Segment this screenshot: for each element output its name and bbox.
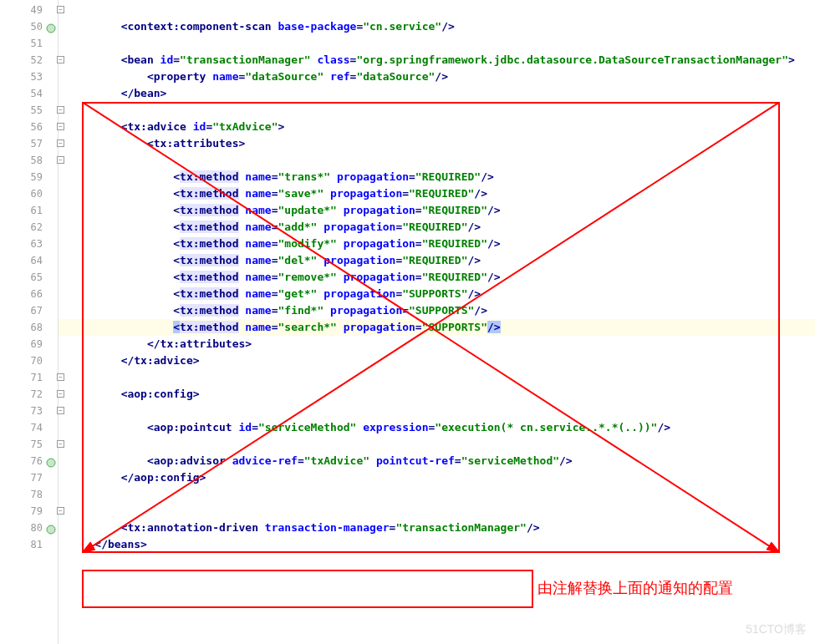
line-gutter: 4950515253545556575859606162636465666768… [0, 0, 59, 644]
line-number: 55 [0, 102, 58, 119]
line-number: 52 [0, 52, 58, 68]
line-number: 62 [0, 219, 58, 236]
code-line[interactable] [59, 503, 815, 520]
code-line[interactable] [59, 35, 815, 52]
code-line[interactable]: </beans> [59, 536, 815, 553]
line-number: 51 [0, 35, 58, 52]
code-line[interactable] [59, 436, 815, 453]
line-number: 74 [0, 419, 58, 436]
code-line[interactable]: <tx:method name="get*" propagation="SUPP… [59, 286, 815, 302]
code-line[interactable] [59, 2, 815, 18]
line-number: 71 [0, 369, 58, 386]
line-number: 65 [0, 269, 58, 286]
code-line[interactable]: <tx:method name="find*" propagation="SUP… [59, 302, 815, 319]
code-line[interactable] [59, 403, 815, 419]
fold-toggle[interactable]: − [57, 156, 64, 164]
line-number: 49 [0, 2, 58, 18]
fold-toggle[interactable]: − [57, 440, 64, 448]
bean-icon [46, 22, 56, 32]
line-number: 60 [0, 185, 58, 202]
line-number: 81 [0, 536, 58, 553]
code-line[interactable]: <tx:method name="modify*" propagation="R… [59, 236, 815, 252]
code-line[interactable] [59, 152, 815, 169]
fold-toggle[interactable]: − [57, 139, 64, 147]
code-line[interactable]: </tx:attributes> [59, 336, 815, 352]
bean-icon [46, 523, 56, 533]
fold-toggle[interactable]: − [57, 507, 64, 515]
code-line[interactable]: </bean> [59, 85, 815, 102]
line-number: 63 [0, 236, 58, 252]
code-line[interactable]: <context:component-scan base-package="cn… [59, 18, 815, 35]
fold-toggle[interactable]: − [57, 106, 64, 114]
code-line[interactable] [59, 102, 815, 119]
fold-column[interactable]: −−−−−−−−−−− [57, 0, 67, 644]
fold-toggle[interactable]: − [57, 123, 64, 130]
code-line[interactable]: <bean id="transactionManager" class="org… [59, 52, 815, 68]
line-number: 78 [0, 486, 58, 503]
code-line[interactable]: <aop:pointcut id="serviceMethod" express… [59, 419, 815, 436]
line-number: 68 [0, 319, 58, 336]
code-line[interactable]: <tx:annotation-driven transaction-manage… [59, 520, 815, 536]
code-line[interactable]: <tx:attributes> [59, 135, 815, 152]
code-line[interactable]: <property name="dataSource" ref="dataSou… [59, 68, 815, 85]
code-line[interactable]: <aop:config> [59, 386, 815, 403]
code-line[interactable]: <tx:method name="trans*" propagation="RE… [59, 169, 815, 185]
line-number: 50 [0, 18, 58, 35]
fold-toggle[interactable]: − [57, 56, 64, 63]
code-line[interactable]: <tx:advice id="txAdvice"> [59, 119, 815, 135]
line-number: 75 [0, 436, 58, 453]
line-number: 66 [0, 286, 58, 302]
line-number: 53 [0, 68, 58, 85]
code-line[interactable]: <tx:method name="del*" propagation="REQU… [59, 252, 815, 269]
line-number: 69 [0, 336, 58, 352]
fold-toggle[interactable]: − [57, 390, 64, 398]
line-number: 58 [0, 152, 58, 169]
svg-point-1 [47, 459, 55, 467]
code-line[interactable]: <tx:method name="add*" propagation="REQU… [59, 219, 815, 236]
fold-toggle[interactable]: − [57, 407, 64, 414]
svg-point-0 [47, 24, 55, 33]
code-line[interactable]: </tx:advice> [59, 352, 815, 369]
code-line[interactable]: <tx:method name="update*" propagation="R… [59, 202, 815, 219]
code-line[interactable] [59, 486, 815, 503]
svg-point-2 [47, 525, 55, 534]
line-number: 59 [0, 169, 58, 185]
line-number: 77 [0, 469, 58, 486]
code-editor[interactable]: 4950515253545556575859606162636465666768… [0, 0, 815, 644]
line-number: 76 [0, 453, 58, 469]
line-number: 64 [0, 252, 58, 269]
line-number: 57 [0, 135, 58, 152]
watermark: 51CTO博客 [746, 622, 807, 637]
line-number: 72 [0, 386, 58, 403]
annotation-text: 由注解替换上面的通知的配置 [537, 578, 733, 598]
line-number: 67 [0, 302, 58, 319]
line-number: 56 [0, 119, 58, 135]
code-line[interactable]: <tx:method name="remove*" propagation="R… [59, 269, 815, 286]
line-number: 54 [0, 85, 58, 102]
code-line[interactable] [59, 369, 815, 386]
line-number: 80 [0, 520, 58, 536]
line-number: 70 [0, 352, 58, 369]
code-content[interactable]: −−−−−−−−−−− <context:component-scan base… [59, 0, 815, 644]
line-number: 61 [0, 202, 58, 219]
code-line[interactable]: </aop:config> [59, 469, 815, 486]
code-line[interactable]: <aop:advisor advice-ref="txAdvice" point… [59, 453, 815, 469]
fold-toggle[interactable]: − [57, 373, 64, 381]
line-number: 73 [0, 403, 58, 419]
bean-icon [46, 456, 56, 466]
code-line[interactable]: <tx:method name="search*" propagation="S… [59, 319, 815, 336]
code-line[interactable]: <tx:method name="save*" propagation="REQ… [59, 185, 815, 202]
fold-toggle[interactable]: − [57, 6, 64, 13]
line-number: 79 [0, 503, 58, 520]
